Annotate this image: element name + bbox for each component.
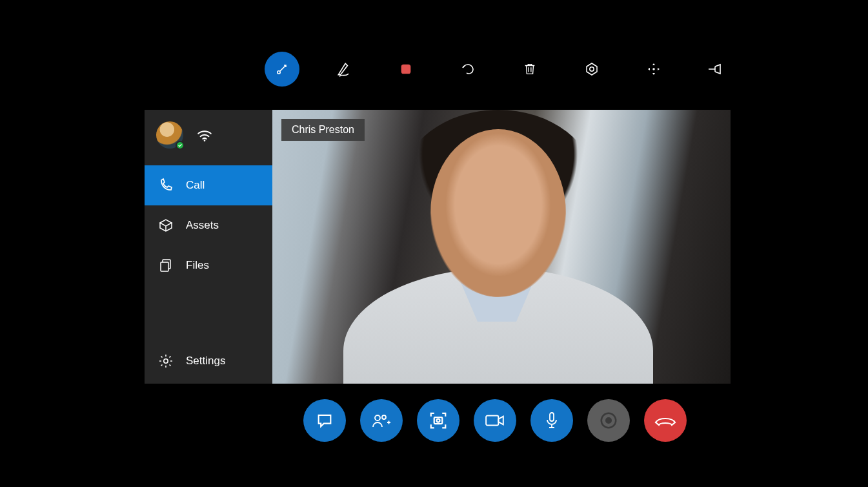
svg-point-4 [653, 68, 654, 70]
video-feed: Chris Preston [272, 110, 731, 384]
svg-point-0 [278, 71, 280, 74]
undo-icon [460, 61, 476, 77]
chat-button[interactable] [303, 399, 346, 442]
record-tool-button[interactable] [389, 52, 423, 87]
svg-point-16 [605, 417, 612, 424]
trash-icon [523, 61, 537, 77]
annotation-toolbar [265, 52, 733, 87]
add-person-icon [371, 411, 392, 430]
sidebar-header [145, 110, 272, 165]
undo-tool-button[interactable] [450, 52, 485, 87]
camera-frame-icon [429, 411, 448, 430]
sidebar-item-settings[interactable]: Settings [145, 341, 272, 381]
wifi-icon [196, 128, 213, 142]
phone-icon [157, 177, 174, 194]
call-controls [303, 399, 687, 442]
lens-tool-button[interactable] [574, 52, 609, 87]
svg-rect-14 [550, 413, 554, 421]
pointer-tool-button[interactable] [265, 52, 299, 87]
svg-point-5 [204, 140, 206, 141]
sidebar-item-call[interactable]: Call [145, 165, 272, 205]
pen-tool-button[interactable] [327, 52, 361, 87]
svg-point-3 [590, 67, 594, 71]
pointer-tool-icon [274, 61, 290, 77]
svg-rect-7 [161, 262, 168, 271]
chat-icon [315, 411, 334, 430]
hangup-button[interactable] [644, 399, 687, 442]
files-icon [157, 257, 174, 274]
delete-tool-button[interactable] [512, 52, 547, 87]
box-icon [157, 217, 174, 234]
avatar[interactable] [156, 121, 183, 149]
pen-tool-icon [336, 61, 352, 78]
svg-point-10 [382, 415, 386, 419]
sidebar-item-assets[interactable]: Assets [145, 205, 272, 245]
sidebar-item-label: Assets [186, 219, 219, 232]
sidebar: Call Assets Files [145, 110, 272, 384]
hangup-icon [654, 414, 677, 427]
record-icon [399, 62, 413, 76]
svg-rect-1 [401, 65, 411, 74]
presence-online-icon [176, 141, 185, 150]
move-tool-button[interactable] [636, 52, 671, 87]
move-icon [646, 61, 661, 77]
add-person-button[interactable] [360, 399, 403, 442]
sidebar-item-label: Settings [186, 355, 225, 368]
svg-point-8 [164, 359, 168, 363]
sidebar-item-files[interactable]: Files [145, 245, 272, 285]
participant-name-tag: Chris Preston [281, 119, 365, 141]
lens-icon [584, 61, 600, 77]
remote-video-placeholder [272, 110, 731, 384]
pin-tool-button[interactable] [698, 52, 733, 87]
svg-point-12 [437, 419, 440, 422]
svg-rect-13 [486, 416, 498, 426]
participant-name: Chris Preston [292, 124, 354, 135]
screenshot-button[interactable] [417, 399, 459, 442]
record-button[interactable] [587, 399, 630, 442]
mic-button[interactable] [530, 399, 573, 442]
svg-marker-2 [587, 63, 597, 75]
video-icon [485, 413, 505, 428]
pin-icon [707, 63, 724, 76]
svg-point-9 [375, 415, 380, 420]
mic-icon [544, 411, 560, 430]
sidebar-item-label: Call [186, 179, 205, 192]
circle-dot-icon [599, 411, 618, 430]
video-button[interactable] [474, 399, 516, 442]
sidebar-item-label: Files [186, 259, 209, 272]
gear-icon [157, 353, 174, 369]
